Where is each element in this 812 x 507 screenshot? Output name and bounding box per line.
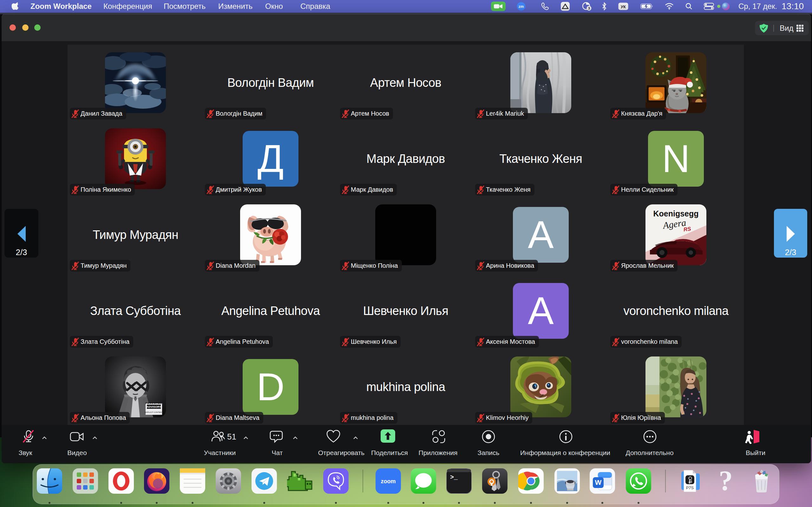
svg-text:3: 3 xyxy=(588,6,590,10)
svg-text:?: ? xyxy=(719,468,733,494)
svg-text:P7S: P7S xyxy=(686,486,694,490)
svg-text:ADVISORY: ADVISORY xyxy=(147,405,161,408)
svg-text:zm: zm xyxy=(519,4,524,9)
svg-text:zoom: zoom xyxy=(381,478,396,485)
svg-text:RS: RS xyxy=(683,226,692,233)
svg-text:EXPLICIT CONTENT: EXPLICIT CONTENT xyxy=(145,411,163,413)
svg-text:>_: >_ xyxy=(450,474,458,481)
svg-text:УК: УК xyxy=(621,4,626,9)
svg-text:PARENTAL: PARENTAL xyxy=(145,402,162,404)
svg-text:W: W xyxy=(595,478,602,487)
svg-text:Koenigsegg: Koenigsegg xyxy=(653,209,699,218)
